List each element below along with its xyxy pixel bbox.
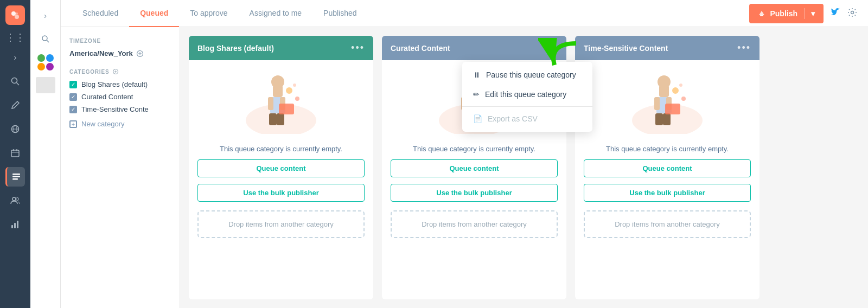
svg-rect-19 xyxy=(17,221,18,228)
svg-rect-60 xyxy=(654,97,660,110)
green-arrow xyxy=(538,38,582,84)
sidebar-logo xyxy=(5,5,25,25)
illustration-3 xyxy=(618,69,716,134)
svg-point-3 xyxy=(12,78,17,84)
bulk-publisher-btn-3[interactable]: Use the bulk publisher xyxy=(584,184,751,202)
tab-queued[interactable]: Queued xyxy=(129,0,179,27)
dropdown-divider xyxy=(462,106,592,107)
bulk-publisher-btn-2[interactable]: Use the bulk publisher xyxy=(391,184,558,202)
queue-content-btn-2[interactable]: Queue content xyxy=(391,159,558,177)
add-category-button[interactable]: + New category xyxy=(69,120,171,128)
svg-point-32 xyxy=(271,75,284,88)
drop-zone-3[interactable]: Drop items from another category xyxy=(584,210,751,238)
svg-point-20 xyxy=(42,36,47,41)
sidebar: ⋮⋮ › xyxy=(0,0,30,308)
top-nav-icons xyxy=(830,7,857,20)
column-blog-shares: Blog Shares (default) ••• xyxy=(189,36,373,299)
export-icon: 📄 xyxy=(473,114,482,123)
publish-button[interactable]: Publish ▾ xyxy=(749,4,824,23)
sidebar-dots: ⋮⋮ xyxy=(5,31,25,43)
svg-point-1 xyxy=(15,15,19,19)
illustration-1 xyxy=(232,69,330,134)
search-icon-panel[interactable] xyxy=(37,30,54,48)
main-content: Scheduled Queued To approve Assigned to … xyxy=(61,0,868,308)
svg-line-21 xyxy=(47,40,49,42)
svg-rect-59 xyxy=(663,113,671,125)
edit-icon: ✏ xyxy=(473,90,480,99)
queue-content-btn-3[interactable]: Queue content xyxy=(584,159,751,177)
timezone-value: America/New_York xyxy=(69,49,171,57)
svg-rect-18 xyxy=(14,223,16,228)
bulk-publisher-btn-1[interactable]: Use the bulk publisher xyxy=(197,184,365,202)
col-title-time-sensitive: Time-Sensitive Content xyxy=(584,44,668,53)
checkbox-blog-shares: ✓ xyxy=(69,81,77,88)
svg-point-23 xyxy=(851,11,854,14)
content-area: TIMEZONE America/New_York CATEGORIES ✓ xyxy=(61,27,868,308)
twitter-icon[interactable] xyxy=(830,7,841,20)
sidebar-nav-expand[interactable]: › xyxy=(5,48,25,67)
svg-point-0 xyxy=(11,11,16,16)
sidebar-icon-queue[interactable] xyxy=(5,167,25,187)
col-header-blog-shares: Blog Shares (default) ••• xyxy=(189,36,373,60)
checkbox-time-sensitive: ✓ xyxy=(69,106,77,113)
top-nav: Scheduled Queued To approve Assigned to … xyxy=(61,0,868,27)
kanban-area: Blog Shares (default) ••• xyxy=(180,27,868,308)
svg-point-40 xyxy=(295,97,299,101)
svg-rect-13 xyxy=(12,176,20,178)
svg-rect-34 xyxy=(269,113,277,125)
queue-content-btn-1[interactable]: Queue content xyxy=(197,159,365,177)
category-blog-shares[interactable]: ✓ Blog Shares (default) xyxy=(69,80,171,88)
sidebar-icon-calendar[interactable] xyxy=(5,143,25,163)
column-time-sensitive: Time-Sensitive Content ••• xyxy=(575,36,760,299)
publish-divider xyxy=(804,8,805,19)
sidebar-icon-analytics[interactable] xyxy=(5,215,25,234)
categories-label: CATEGORIES xyxy=(69,68,171,75)
publish-chevron: ▾ xyxy=(811,9,815,18)
sidebar-icon-search[interactable] xyxy=(5,72,25,91)
tab-published[interactable]: Published xyxy=(312,0,368,27)
sidebar-icon-users[interactable] xyxy=(5,191,25,210)
svg-rect-12 xyxy=(12,174,20,175)
svg-rect-58 xyxy=(655,113,663,125)
svg-point-56 xyxy=(658,75,671,88)
empty-text-3: This queue category is currently empty. xyxy=(606,145,729,153)
chevron-right-icon[interactable]: › xyxy=(37,7,54,24)
svg-point-2 xyxy=(16,12,18,15)
categories-list: ✓ Blog Shares (default) ✓ Curated Conten… xyxy=(69,80,171,128)
pause-icon: ⏸ xyxy=(473,70,481,79)
drop-zone-1[interactable]: Drop items from another category xyxy=(197,210,365,238)
empty-text-1: This queue category is currently empty. xyxy=(220,145,342,153)
gray-placeholder xyxy=(36,77,55,93)
svg-point-64 xyxy=(681,97,686,101)
app-container: ⋮⋮ › › xyxy=(0,0,868,308)
timezone-label: TIMEZONE xyxy=(69,38,171,44)
col-body-time-sensitive: This queue category is currently empty. … xyxy=(575,60,760,299)
col-menu-blog-shares[interactable]: ••• xyxy=(351,42,365,54)
drop-zone-2[interactable]: Drop items from another category xyxy=(391,210,558,238)
svg-rect-62 xyxy=(665,104,680,114)
dropdown-export: 📄 Export as CSV xyxy=(462,109,592,129)
category-curated[interactable]: ✓ Curated Content xyxy=(69,93,171,101)
left-panel: TIMEZONE America/New_York CATEGORIES ✓ xyxy=(61,27,180,308)
category-time-sensitive[interactable]: ✓ Time-Sensitive Conte xyxy=(69,105,171,113)
avatar-3 xyxy=(37,63,45,70)
tab-scheduled[interactable]: Scheduled xyxy=(72,0,129,27)
sidebar-icon-compose[interactable] xyxy=(5,95,25,115)
checkbox-curated: ✓ xyxy=(69,93,77,101)
svg-rect-14 xyxy=(12,178,18,180)
settings-icon[interactable] xyxy=(847,8,857,20)
avatar-2 xyxy=(46,54,54,62)
add-icon: + xyxy=(69,120,77,128)
svg-rect-8 xyxy=(11,150,19,157)
sidebar-icon-global[interactable] xyxy=(5,119,25,139)
avatar-4 xyxy=(46,63,54,70)
col-title-blog-shares: Blog Shares (default) xyxy=(197,44,274,53)
avatar-group xyxy=(37,54,54,70)
svg-point-16 xyxy=(16,198,19,201)
svg-rect-17 xyxy=(11,225,13,228)
tab-to-approve[interactable]: To approve xyxy=(179,0,238,27)
svg-point-65 xyxy=(679,84,682,87)
dropdown-edit[interactable]: ✏ Edit this queue category xyxy=(462,85,592,104)
col-menu-time-sensitive[interactable]: ••• xyxy=(737,42,751,54)
tab-assigned[interactable]: Assigned to me xyxy=(239,0,313,27)
